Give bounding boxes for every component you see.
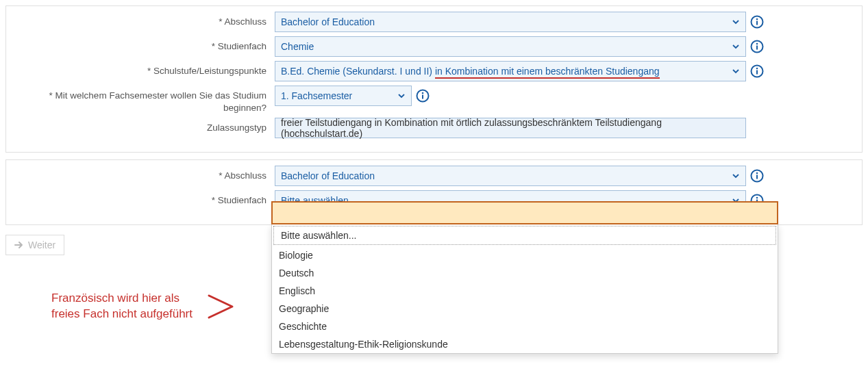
svg-point-7 xyxy=(756,68,758,70)
select-studienfach-value: Chemie xyxy=(281,41,314,52)
dropdown-filter-input[interactable] xyxy=(271,201,778,224)
svg-point-13 xyxy=(756,172,758,174)
svg-rect-5 xyxy=(756,46,758,50)
label-abschluss: * Abschluss xyxy=(12,12,275,28)
svg-point-10 xyxy=(422,92,424,94)
weiter-button[interactable]: Weiter xyxy=(5,235,64,255)
svg-point-16 xyxy=(756,197,758,199)
label-studienfach: * Studienfach xyxy=(12,36,275,53)
row-fachsemester: * Mit welchem Fachsemester wollen Sie da… xyxy=(12,86,856,114)
weiter-label: Weiter xyxy=(28,240,55,250)
dropdown-option[interactable]: Bitte auswählen... xyxy=(273,226,776,245)
label-abschluss-2: * Abschluss xyxy=(12,166,275,182)
chevron-down-icon xyxy=(397,92,406,100)
select-abschluss-2[interactable]: Bachelor of Education xyxy=(275,166,746,186)
chevron-down-icon xyxy=(732,42,740,51)
label-zulassungstyp: Zulassungstyp xyxy=(12,118,275,134)
select-abschluss[interactable]: Bachelor of Education xyxy=(275,12,746,32)
form-section-1: * Abschluss Bachelor of Education * Stud… xyxy=(5,5,863,153)
studienfach-dropdown-popup: Bitte auswählen... Biologie Deutsch Engl… xyxy=(271,201,778,261)
label-fachsemester: * Mit welchem Fachsemester wollen Sie da… xyxy=(12,86,275,114)
row-zulassungstyp: Zulassungstyp freier Teilstudiengang in … xyxy=(12,118,856,138)
row-studienfach: * Studienfach Chemie xyxy=(12,36,856,57)
info-icon[interactable] xyxy=(416,89,430,103)
info-icon[interactable] xyxy=(750,15,764,29)
select-abschluss-value: Bachelor of Education xyxy=(281,16,375,27)
label-schulstufe: * Schulstufe/Leistungspunkte xyxy=(12,61,275,77)
row-abschluss-2: * Abschluss Bachelor of Education xyxy=(12,166,856,186)
select-fachsemester[interactable]: 1. Fachsemester xyxy=(275,86,412,106)
svg-point-1 xyxy=(756,18,758,21)
arrow-right-icon xyxy=(14,241,24,249)
svg-rect-11 xyxy=(422,95,423,99)
svg-point-4 xyxy=(756,43,758,45)
info-icon[interactable] xyxy=(750,40,764,53)
info-icon[interactable] xyxy=(750,169,764,183)
chevron-down-icon xyxy=(732,172,740,180)
svg-rect-2 xyxy=(756,21,758,25)
dropdown-option[interactable]: Biologie xyxy=(272,246,778,261)
select-schulstufe-value: B.Ed. Chemie (Sekundarst. I und II) in K… xyxy=(281,66,660,77)
svg-rect-14 xyxy=(756,175,758,179)
svg-rect-8 xyxy=(756,70,758,75)
row-abschluss: * Abschluss Bachelor of Education xyxy=(12,12,856,32)
chevron-down-icon xyxy=(732,67,740,75)
label-studienfach-2: * Studienfach xyxy=(12,190,275,207)
select-schulstufe[interactable]: B.Ed. Chemie (Sekundarst. I und II) in K… xyxy=(275,61,746,81)
select-abschluss-2-value: Bachelor of Education xyxy=(281,170,375,181)
select-fachsemester-value: 1. Fachsemester xyxy=(281,90,352,101)
dropdown-option-list[interactable]: Bitte auswählen... Biologie Deutsch Engl… xyxy=(271,224,778,261)
info-icon[interactable] xyxy=(750,64,764,78)
readonly-zulassungstyp: freier Teilstudiengang in Kombination mi… xyxy=(275,118,746,138)
chevron-down-icon xyxy=(732,18,740,26)
row-schulstufe: * Schulstufe/Leistungspunkte B.Ed. Chemi… xyxy=(12,61,856,81)
select-studienfach[interactable]: Chemie xyxy=(275,36,746,57)
